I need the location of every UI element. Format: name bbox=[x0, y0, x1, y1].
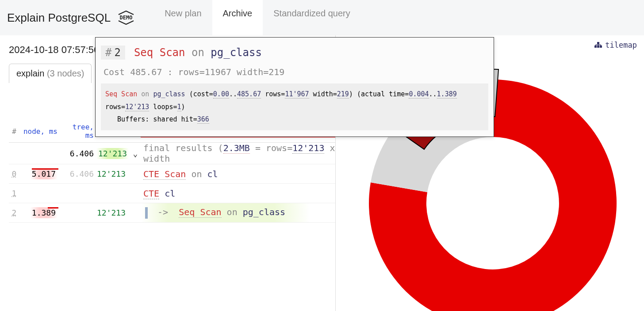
tilemap-icon bbox=[594, 42, 602, 48]
r0-node: 5.017 bbox=[30, 168, 58, 179]
app-title: Explain PostgreSQL bbox=[7, 11, 111, 25]
tab-explain[interactable]: explain (3 nodes) bbox=[9, 64, 92, 83]
r0-rows: 12'213 bbox=[96, 169, 130, 178]
tab-new-plan[interactable]: New plan bbox=[154, 0, 212, 35]
r2-op: -> Seq Scan on pg_class bbox=[141, 207, 335, 219]
chevron-down-icon[interactable]: ⌄ bbox=[130, 149, 141, 158]
row-num: 0 bbox=[9, 169, 19, 178]
r2-node: 1.389 bbox=[30, 207, 58, 218]
plan-row-2[interactable]: 2 1.389 12'213 -> Seq Scan on pg_class bbox=[9, 203, 335, 223]
svg-text:DEMO: DEMO bbox=[120, 15, 133, 21]
plan-row-0[interactable]: 0 5.017 6.406 12'213 CTE Scan on cl bbox=[9, 164, 335, 184]
r2-rows: 12'213 bbox=[96, 208, 130, 217]
plan-row-1[interactable]: 1 CTE cl bbox=[9, 184, 335, 203]
explain-nodes: (3 nodes) bbox=[47, 68, 84, 78]
demo-badge: DEMO bbox=[116, 8, 136, 27]
col-node[interactable]: node, ms bbox=[19, 127, 60, 136]
nav-tabs: New plan Archive Standardized query bbox=[154, 0, 361, 35]
final-rows: 12'213 bbox=[96, 148, 129, 159]
explain-label: explain bbox=[16, 68, 44, 78]
tooltip-table: pg_class bbox=[211, 46, 262, 59]
row-num: 1 bbox=[9, 189, 19, 198]
svg-rect-4 bbox=[600, 46, 602, 48]
final-tree: 6.406 bbox=[70, 149, 94, 158]
svg-rect-1 bbox=[597, 42, 599, 44]
node-tooltip: # 2 Seq Scan on pg_class Cost 485.67 : r… bbox=[95, 37, 494, 137]
app-header: Explain PostgreSQL DEMO New plan Archive… bbox=[0, 0, 644, 35]
row-num: 2 bbox=[9, 208, 19, 217]
tooltip-node-num: # 2 bbox=[101, 46, 125, 60]
tooltip-op: Seq Scan bbox=[134, 46, 185, 59]
tooltip-cost: Cost 485.67 : rows=11967 width=219 bbox=[104, 67, 488, 77]
r0-tree: 6.406 bbox=[60, 169, 96, 178]
tooltip-detail: Seq Scan on pg_class (cost=0.00..485.67 … bbox=[101, 83, 488, 130]
plan-row-final[interactable]: 6.406 12'213 ⌄ final results (2.3MB = ro… bbox=[9, 143, 335, 164]
svg-rect-3 bbox=[597, 46, 599, 48]
svg-rect-2 bbox=[594, 46, 597, 48]
r0-op: CTE Scan on cl bbox=[141, 169, 335, 179]
tab-std-query[interactable]: Standardized query bbox=[263, 0, 360, 35]
tab-archive[interactable]: Archive bbox=[212, 0, 263, 35]
col-num: # bbox=[9, 127, 19, 136]
tilemap-link[interactable]: tilemap bbox=[594, 41, 637, 49]
final-results: final results (2.3MB = rows=12'213 x wid… bbox=[141, 143, 335, 164]
col-tree[interactable]: tree, ms bbox=[60, 123, 96, 140]
r1-op: CTE cl bbox=[141, 188, 335, 199]
demo-icon: DEMO bbox=[116, 8, 136, 27]
